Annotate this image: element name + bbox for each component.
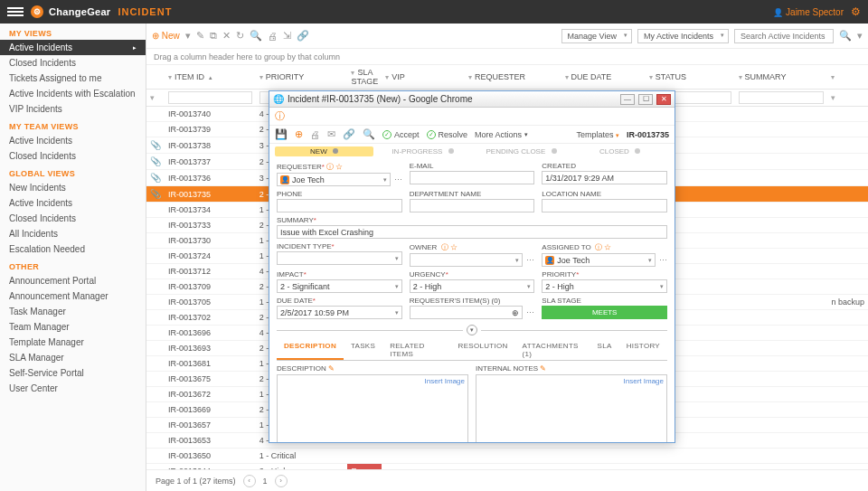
location-field[interactable]	[542, 199, 667, 212]
column-header[interactable]	[146, 65, 165, 90]
add-icon[interactable]: ⊕	[295, 128, 303, 140]
column-header[interactable]: ▾VIP	[382, 65, 465, 90]
maximize-button[interactable]: ☐	[638, 94, 653, 105]
delete-icon[interactable]: ✕	[222, 30, 231, 42]
summary-field[interactable]: Issue with Excel Crashing	[277, 225, 667, 239]
popup-tab[interactable]: HISTORY	[619, 339, 667, 360]
sidebar-item[interactable]: Self-Service Portal	[0, 365, 146, 381]
sidebar-item[interactable]: Closed Incidents	[0, 148, 146, 164]
accept-button[interactable]: ✓Accept	[382, 130, 420, 139]
sidebar-item[interactable]: Escalation Needed	[0, 241, 146, 257]
popup-tab[interactable]: TASKS	[344, 339, 382, 360]
insert-image-link[interactable]: Insert Image	[425, 377, 465, 385]
sidebar-item[interactable]: Closed Incidents	[0, 211, 146, 226]
search-go-icon[interactable]: 🔍	[839, 30, 852, 42]
table-row[interactable]: IR-00136501 - Critical	[146, 449, 868, 464]
column-filter-input[interactable]	[739, 91, 825, 104]
phone-field[interactable]	[277, 199, 402, 212]
stage-pending close[interactable]: PENDING CLOSE	[472, 147, 571, 156]
requester-lookup-icon[interactable]: ⋯	[394, 175, 402, 186]
print-popup-icon[interactable]: 🖨	[310, 129, 320, 140]
export-icon[interactable]: ⇲	[283, 30, 291, 42]
sidebar-item[interactable]: User Center	[0, 381, 146, 396]
search-icon[interactable]: 🔍	[250, 30, 262, 42]
description-editor[interactable]: Insert Image	[277, 374, 468, 442]
sidebar-item[interactable]: Announcement Portal	[0, 273, 146, 288]
assigned-lookup-icon[interactable]: ⋯	[659, 256, 667, 267]
popup-tab[interactable]: SLA	[590, 339, 619, 360]
zoom-icon[interactable]: 🔍	[363, 128, 375, 140]
requester-items-lookup-icon[interactable]: ⋯	[526, 308, 534, 319]
insert-image-link[interactable]: Insert Image	[624, 377, 664, 385]
templates-dropdown[interactable]: Templates ▾	[576, 130, 619, 139]
filter-icon[interactable]: ▾	[857, 30, 863, 42]
sidebar-item[interactable]: SLA Manager	[0, 350, 146, 365]
pager-next-button[interactable]: ›	[275, 475, 288, 487]
manage-view-dropdown[interactable]: Manage View	[561, 29, 632, 43]
owner-lookup-icon[interactable]: ⋯	[526, 256, 534, 267]
impact-field[interactable]: 2 - Significant	[277, 279, 402, 293]
internal-notes-editor[interactable]: Insert Image	[476, 374, 667, 442]
column-header[interactable]: ▾DUE DATE	[561, 65, 646, 90]
incident-type-field[interactable]	[277, 251, 402, 265]
column-header[interactable]: ▾PRIORITY	[256, 65, 348, 90]
group-by-hint[interactable]: Drag a column header here to group by th…	[146, 49, 868, 65]
current-view-dropdown[interactable]: My Active Incidents	[637, 29, 729, 43]
sidebar-item[interactable]: Active Incidents with Escalation	[0, 86, 146, 101]
email-icon[interactable]: ✉	[327, 128, 335, 140]
link-popup-icon[interactable]: 🔗	[343, 128, 355, 140]
owner-field[interactable]	[410, 253, 524, 267]
sidebar-item[interactable]: Template Manager	[0, 335, 146, 350]
search-input[interactable]	[734, 29, 834, 43]
column-header[interactable]: ▾REQUESTER	[465, 65, 561, 90]
assigned-to-field[interactable]: 👤Joe Tech	[542, 253, 656, 267]
column-header[interactable]: ▾STATUS	[646, 65, 735, 90]
priority-field[interactable]: 2 - High	[542, 279, 667, 293]
sidebar-item[interactable]: VIP Incidents	[0, 101, 146, 117]
sidebar-item[interactable]: Active Incidents	[0, 133, 146, 148]
email-field[interactable]	[410, 171, 535, 184]
due-date-field[interactable]: 2/5/2017 10:59 PM	[277, 306, 402, 319]
edit-icon[interactable]: ✎	[196, 30, 204, 42]
save-icon[interactable]: 💾	[275, 128, 288, 140]
refresh-icon[interactable]: ↻	[236, 30, 244, 42]
more-actions-button[interactable]: More Actions ▾	[475, 130, 528, 139]
user-label[interactable]: Jaime Spector	[773, 7, 844, 17]
sidebar-item[interactable]: Closed Incidents	[0, 55, 146, 71]
new-button[interactable]: New	[152, 31, 180, 41]
info-icon[interactable]: ⓘ	[275, 109, 285, 123]
pencil-icon[interactable]: ✎	[328, 364, 335, 373]
requester-field[interactable]: 👤Joe Tech	[277, 173, 391, 186]
sidebar-item[interactable]: Team Manager	[0, 319, 146, 335]
column-header[interactable]: ▾ITEM ID ▴	[165, 65, 256, 90]
gear-icon[interactable]: ⚙	[851, 5, 861, 18]
sidebar-item[interactable]: All Incidents	[0, 226, 146, 241]
requester-items-field[interactable]: ⊕	[410, 306, 524, 319]
sidebar-item[interactable]: Active Incidents	[0, 195, 146, 211]
sidebar-item[interactable]: New Incidents	[0, 180, 146, 195]
dropdown-icon[interactable]: ▾	[185, 30, 191, 42]
menu-icon[interactable]	[7, 5, 24, 18]
popup-titlebar[interactable]: 🌐 Incident #IR-0013735 (New) - Google Ch…	[269, 91, 675, 108]
stage-in-progress[interactable]: IN-PROGRESS	[373, 147, 472, 156]
collapse-toggle-icon[interactable]: ▾	[467, 325, 477, 335]
pencil-icon[interactable]: ✎	[540, 364, 546, 373]
resolve-button[interactable]: ✓Resolve	[427, 130, 468, 139]
popup-tab[interactable]: DESCRIPTION	[277, 339, 344, 360]
column-header[interactable]: ▾SLA STAGE	[347, 65, 382, 90]
sidebar-item[interactable]: Task Manager	[0, 304, 146, 319]
minimize-button[interactable]: —	[620, 94, 635, 105]
sidebar-item[interactable]: Active Incidents	[0, 40, 146, 55]
stage-closed[interactable]: CLOSED	[571, 147, 669, 156]
pager-prev-button[interactable]: ‹	[243, 475, 256, 487]
popup-tab[interactable]: RELATED ITEMS	[382, 339, 450, 360]
sidebar-item[interactable]: Announcement Manager	[0, 288, 146, 304]
stage-new[interactable]: NEW	[275, 146, 373, 156]
column-filter-input[interactable]	[168, 91, 252, 104]
link-icon[interactable]: 🔗	[297, 30, 309, 42]
popup-tab[interactable]: RESOLUTION	[451, 339, 515, 360]
sidebar-item[interactable]: Tickets Assigned to me	[0, 71, 146, 86]
urgency-field[interactable]: 2 - High	[410, 279, 535, 293]
department-field[interactable]	[410, 199, 535, 212]
column-header[interactable]: ▾SUMMARY	[735, 65, 828, 90]
